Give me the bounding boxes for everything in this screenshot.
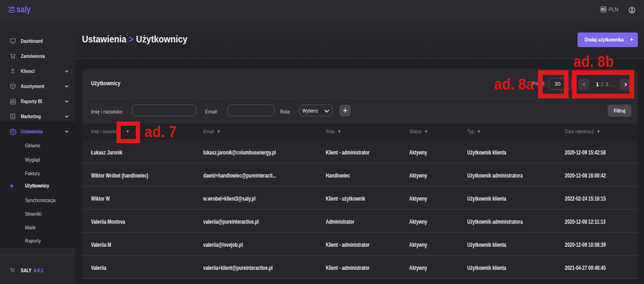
svg-text:Bi: Bi (11, 99, 15, 104)
